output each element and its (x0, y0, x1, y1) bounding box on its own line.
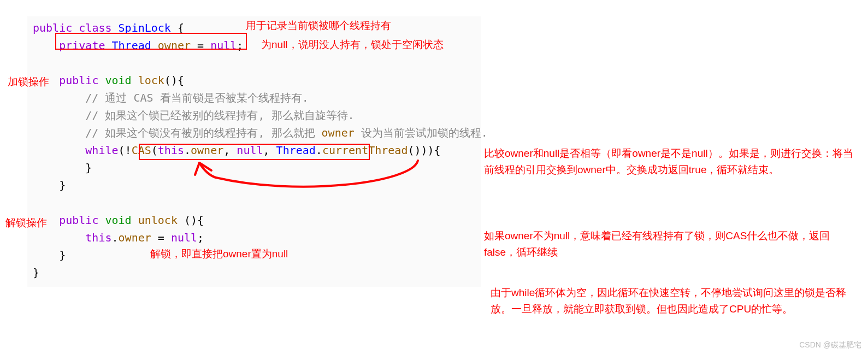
code-line: this.owner = null; (33, 229, 475, 246)
annotation-unlock-label: 解锁操作 (5, 215, 47, 231)
keyword: void (105, 74, 131, 87)
code-line: } (33, 176, 475, 194)
keyword: this (158, 144, 184, 157)
annotation-busy-wait: 由于while循环体为空，因此循环在快速空转，不停地尝试询问这里的锁是否释放。一… (491, 285, 862, 318)
class-name: SpinLock (119, 21, 171, 34)
code-text: , (223, 144, 237, 157)
annotation-null-idle: 为null，说明没人持有，锁处于空闲状态 (261, 37, 444, 53)
comment-text: 设为当前尝试加锁的线程. (355, 126, 488, 139)
code-text: . (112, 231, 119, 244)
code-comment: // 如果这个锁没有被别的线程持有, 那么就把 owner 设为当前尝试加锁的线… (33, 124, 475, 141)
keyword: null (171, 231, 197, 244)
code-line: public void unlock (){ (33, 211, 475, 229)
code-text: ; (197, 231, 204, 244)
keyword: this (85, 231, 111, 244)
code-text: { (171, 21, 184, 34)
keyword: class (79, 21, 111, 34)
code-text: . (316, 144, 322, 157)
comment-text: // 通过 CAS 看当前锁是否被某个线程持有. (85, 91, 308, 104)
code-text: , (263, 144, 276, 157)
annotation-unlock-explain: 解锁，即直接把owner置为null (150, 246, 288, 262)
keyword: public (59, 74, 98, 87)
keyword: null (237, 144, 263, 157)
keyword: while (85, 144, 118, 157)
keyword: public (33, 21, 72, 34)
annotation-owner-purpose: 用于记录当前锁被哪个线程持有 (246, 17, 391, 34)
comment-text: // 如果这个锁已经被别的线程持有, 那么就自旋等待. (85, 109, 354, 122)
method: currentThread (322, 144, 408, 157)
keyword: private (59, 39, 105, 52)
keyword: null (210, 39, 237, 52)
code-text: ())){ (408, 144, 440, 157)
code-line (33, 194, 475, 211)
method: unlock (138, 214, 178, 227)
type: Thread (276, 144, 316, 157)
field: owner (191, 144, 223, 157)
type: Thread (112, 39, 151, 52)
method: CAS (132, 144, 151, 157)
keyword: public (59, 214, 98, 227)
annotation-lock-label: 加锁操作 (8, 74, 49, 90)
code-comment: // 如果这个锁已经被别的线程持有, 那么就自旋等待. (33, 107, 475, 124)
code-text: = (151, 231, 171, 244)
code-text: (! (119, 144, 132, 157)
code-line: public void lock(){ (33, 72, 475, 89)
comment-text: // 如果这个锁没有被别的线程持有, 那么就把 (85, 126, 321, 139)
code-line: } (33, 264, 475, 281)
code-line: while(!CAS(this.owner, null, Thread.curr… (33, 141, 475, 159)
method: lock (138, 74, 164, 87)
annotation-owner-not-null: 如果owner不为null，意味着已经有线程持有了锁，则CAS什么也不做，返回f… (484, 228, 861, 261)
code-line: } (33, 159, 475, 176)
code-text: = (191, 39, 210, 52)
code-line (33, 54, 475, 72)
watermark: CSDN @碳基肥宅 (799, 339, 861, 351)
annotation-cas-explain: 比较owner和null是否相等（即看owner是不是null）。如果是，则进行… (484, 145, 861, 179)
code-text: . (184, 144, 191, 157)
field: owner (119, 231, 151, 244)
code-text: (){ (164, 74, 184, 87)
code-text: ; (237, 39, 243, 52)
code-text: ( (151, 144, 158, 157)
field: owner (158, 39, 191, 52)
code-text: (){ (178, 214, 204, 227)
keyword: void (105, 214, 131, 227)
field: owner (322, 126, 355, 139)
code-comment: // 通过 CAS 看当前锁是否被某个线程持有. (33, 89, 475, 107)
